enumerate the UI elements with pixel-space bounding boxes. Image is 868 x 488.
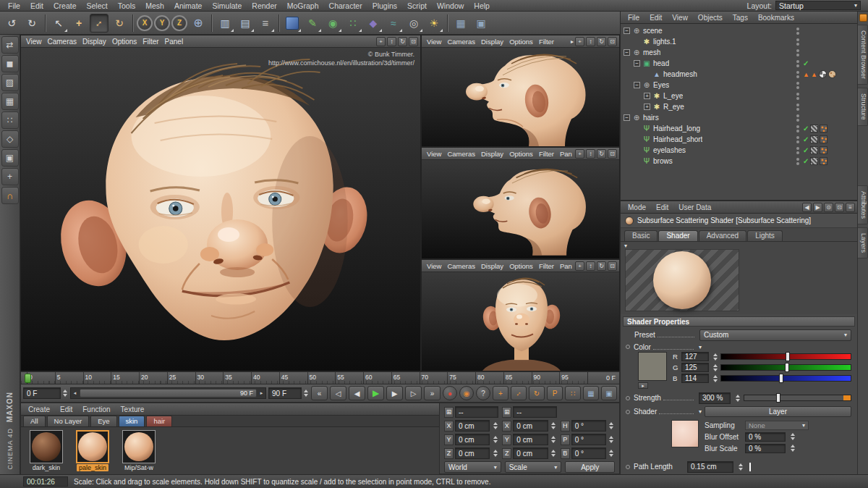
vp-menu-filter[interactable]: Filter — [536, 38, 557, 46]
pan-view-icon[interactable]: + — [575, 261, 584, 271]
timeline-range-scrollbar[interactable]: ◂ 90 F ▸ — [70, 387, 266, 399]
stepper[interactable] — [608, 447, 615, 459]
viewport-right-bottom[interactable]: View Cameras Display Options Filter Pan … — [421, 259, 620, 371]
record-rotation-toggle[interactable]: ↻ — [529, 386, 545, 400]
layer-tab-hair[interactable]: hair — [146, 416, 172, 426]
menu-select[interactable]: Select — [82, 1, 113, 10]
history-forward-icon[interactable]: ▶ — [813, 203, 822, 212]
viewport-right-top-canvas[interactable] — [422, 48, 619, 146]
am-menu-edit[interactable]: Edit — [651, 203, 673, 211]
x-axis-lock-button[interactable]: X — [137, 15, 153, 31]
tree-row-l-eye[interactable]: + ✱ L_eye — [621, 91, 857, 101]
om-menu-file[interactable]: File — [623, 14, 644, 22]
object-name[interactable]: hairs — [643, 114, 659, 122]
material-pale-skin[interactable]: pale_skin — [73, 430, 112, 471]
vp-menu-view[interactable]: View — [424, 262, 444, 270]
layer-shader-thumbnail[interactable] — [671, 420, 699, 447]
vp-menu-view[interactable]: View — [23, 38, 45, 46]
tree-row-eyelashes[interactable]: Ψ eyelashes ✓ — [621, 145, 857, 156]
vp-menu-view[interactable]: View — [424, 38, 444, 46]
layer-tab-all[interactable]: All — [23, 416, 46, 426]
snap-settings-button[interactable]: ∩ — [1, 187, 19, 204]
current-frame-stepper[interactable] — [61, 387, 68, 399]
om-menu-tags[interactable]: Tags — [728, 14, 753, 22]
animation-dot[interactable] — [626, 465, 630, 469]
tab-basic[interactable]: Basic — [624, 230, 658, 241]
prev-key-button[interactable]: ◁ — [330, 386, 346, 400]
sampling-select[interactable]: None ▾ — [745, 421, 809, 430]
vp-menu-display[interactable]: Display — [478, 38, 506, 46]
green-value-field[interactable]: 125 — [681, 363, 709, 372]
animation-dot[interactable] — [626, 396, 630, 400]
vp-menu-cameras[interactable]: Cameras — [444, 150, 478, 158]
red-slider[interactable] — [720, 353, 851, 360]
enabled-check-icon[interactable]: ✓ — [803, 157, 809, 165]
timeline-options-button[interactable]: ▣ — [601, 386, 617, 400]
add-environment-button[interactable]: ≈ — [384, 14, 403, 33]
texture-tag-icon[interactable] — [828, 70, 836, 78]
visibility-toggles[interactable] — [796, 158, 800, 165]
hair-material-tag-icon[interactable] — [820, 157, 827, 165]
mat-menu-create[interactable]: Create — [23, 405, 55, 413]
undo-button[interactable]: ↺ — [2, 14, 21, 33]
layer-shader-button[interactable]: Layer — [705, 406, 851, 417]
object-name[interactable]: headmesh — [663, 70, 697, 78]
vp-menu-panel[interactable]: Panel — [162, 38, 187, 46]
record-scale-toggle[interactable]: ↕ — [511, 386, 527, 400]
vp-menu-cameras[interactable]: Cameras — [444, 38, 478, 46]
menu-create[interactable]: Create — [48, 1, 82, 10]
tab-content-browser[interactable]: Content Browser — [858, 25, 868, 85]
zoom-view-icon[interactable]: ↕ — [387, 37, 396, 46]
y-axis-lock-button[interactable]: Y — [154, 15, 170, 31]
tab-advanced[interactable]: Advanced — [699, 230, 746, 241]
object-name[interactable]: Eyes — [653, 81, 669, 89]
tree-row-hairs[interactable]: − ⊕ hairs — [621, 112, 857, 123]
vp-menu-view[interactable]: View — [424, 150, 444, 158]
menu-file[interactable]: File — [3, 1, 25, 10]
expander-icon[interactable]: + — [644, 104, 650, 110]
uvw-tag-icon[interactable] — [810, 157, 818, 165]
coords-info-field[interactable]: -- — [513, 406, 556, 418]
blur-scale-field[interactable]: 0 % — [745, 444, 786, 453]
layer-tab-nolayer[interactable]: No Layer — [47, 416, 90, 426]
tree-row-hairhead-short[interactable]: Ψ Hairhead_short ✓ — [621, 134, 857, 145]
menu-render[interactable]: Render — [247, 1, 281, 10]
vp-menu-pan[interactable]: Pan — [557, 262, 575, 270]
viewport-perspective[interactable]: View Cameras Display Options Filter Pane… — [20, 35, 421, 371]
animation-dot[interactable] — [626, 345, 630, 349]
selection-tag-icon[interactable]: ▲ — [811, 71, 817, 78]
hair-material-tag-icon[interactable] — [820, 135, 827, 143]
coords-info-field[interactable]: -- — [455, 406, 498, 418]
uv-mode-button[interactable]: ▦ — [1, 93, 19, 110]
coordinate-system-button[interactable]: ⊕ — [189, 14, 208, 33]
expander-icon[interactable]: − — [624, 49, 630, 56]
visibility-toggles[interactable] — [796, 125, 800, 132]
color-mode-button[interactable]: ▸ — [638, 382, 648, 389]
enabled-check-icon[interactable]: ✓ — [803, 125, 809, 132]
green-slider[interactable] — [720, 364, 851, 371]
keyframe-presets-button[interactable]: ▦ — [583, 386, 599, 400]
redo-button[interactable]: ↻ — [22, 14, 41, 33]
vp-menu-display[interactable]: Display — [80, 38, 109, 46]
object-name[interactable]: Hairhead_long — [653, 125, 700, 132]
rotation-h-field[interactable]: 0 ° — [571, 420, 606, 432]
current-frame-field[interactable]: 0 F — [23, 387, 61, 399]
tree-row-r-eye[interactable]: + ✱ R_eye — [621, 101, 857, 112]
stepper[interactable] — [492, 447, 498, 459]
tree-row-head[interactable]: − ▣ head ✓ — [621, 58, 857, 69]
tree-row-lights[interactable]: ✱ lights.1 — [621, 36, 857, 47]
stepper[interactable] — [789, 431, 796, 442]
axis-mode-button[interactable]: + — [1, 168, 19, 185]
animation-dot[interactable] — [626, 410, 630, 414]
mat-menu-function[interactable]: Function — [77, 405, 115, 413]
z-axis-lock-button[interactable]: Z — [171, 15, 187, 31]
expander-icon[interactable]: − — [634, 60, 640, 67]
stepper[interactable] — [712, 351, 718, 363]
shader-expander-icon[interactable]: ▾ — [699, 408, 702, 415]
material-name[interactable]: dark_skin — [33, 464, 61, 471]
lock-icon[interactable]: ⊡ — [835, 203, 844, 212]
vp-menu-options[interactable]: Options — [506, 150, 536, 158]
history-back-icon[interactable]: ◀ — [802, 203, 812, 212]
vp-menu-pan[interactable]: Pan — [557, 150, 575, 158]
om-menu-objects[interactable]: Objects — [693, 14, 728, 22]
